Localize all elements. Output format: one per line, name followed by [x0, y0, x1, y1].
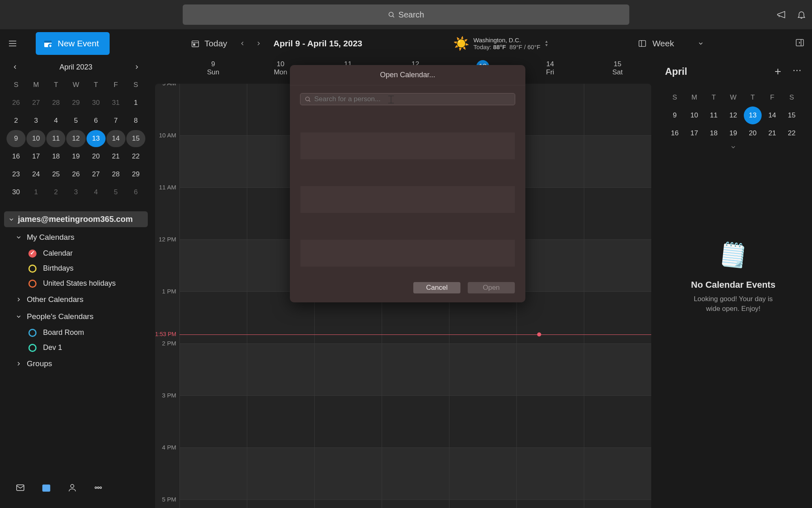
mini-cal-day[interactable]: 6 [86, 112, 106, 129]
mini-cal-day[interactable]: 15 [126, 130, 145, 147]
mini-cal-day[interactable]: 30 [6, 184, 26, 201]
add-event-icon[interactable]: + [775, 65, 781, 78]
mini-cal-day[interactable]: 19 [66, 148, 85, 165]
mini-cal-day[interactable]: 27 [26, 94, 45, 111]
open-button[interactable]: Open [468, 282, 515, 293]
mini-cal-day[interactable]: 16 [6, 148, 26, 165]
agenda-day[interactable]: 9 [666, 106, 684, 124]
mini-cal-day[interactable]: 9 [6, 130, 26, 147]
megaphone-icon[interactable] [776, 10, 786, 20]
mini-cal-day[interactable]: 29 [66, 94, 85, 111]
mini-cal-day[interactable]: 24 [26, 166, 45, 183]
calendar-group[interactable]: Groups [4, 355, 148, 372]
person-search-input[interactable] [300, 93, 515, 105]
mini-cal-day[interactable]: 12 [66, 130, 85, 147]
mini-cal-day[interactable]: 30 [86, 94, 106, 111]
mini-cal-day[interactable]: 23 [6, 166, 26, 183]
expand-mini-cal[interactable] [665, 144, 801, 152]
bell-icon[interactable] [797, 10, 806, 20]
mini-cal-day[interactable]: 4 [46, 112, 65, 129]
calendar-app-icon[interactable] [38, 480, 54, 496]
agenda-day[interactable]: 21 [763, 124, 781, 142]
mini-cal-day[interactable]: 18 [46, 148, 65, 165]
more-icon[interactable]: ⋯ [793, 65, 801, 78]
agenda-day[interactable]: 20 [744, 124, 762, 142]
calendar-item[interactable]: Birthdays [4, 261, 148, 276]
view-selector[interactable]: Week [638, 39, 704, 48]
mini-cal-next[interactable] [131, 61, 143, 73]
agenda-day[interactable]: 16 [666, 124, 684, 142]
calendar-item[interactable]: United States holidays [4, 276, 148, 291]
mini-cal-day[interactable]: 5 [66, 112, 85, 129]
mini-cal-day[interactable]: 14 [106, 130, 125, 147]
mini-cal-day[interactable]: 22 [126, 148, 145, 165]
mini-cal-day[interactable]: 31 [106, 94, 125, 111]
mini-cal-day[interactable]: 26 [66, 166, 85, 183]
agenda-day[interactable]: 17 [685, 124, 703, 142]
account-row[interactable]: james@meetingroom365.com [4, 211, 148, 227]
prev-week-button[interactable] [236, 37, 248, 50]
global-search[interactable]: Search [183, 4, 629, 25]
people-app-icon[interactable] [64, 480, 80, 496]
more-apps-icon[interactable] [90, 480, 106, 496]
day-header[interactable]: 14Fri [516, 58, 584, 84]
calendar-group[interactable]: People's Calendars [4, 308, 148, 325]
mini-cal-day[interactable]: 11 [46, 130, 65, 147]
mini-cal-day[interactable]: 3 [26, 112, 45, 129]
new-event-button[interactable]: New Event [36, 32, 110, 55]
mini-cal-day[interactable]: 13 [86, 130, 106, 147]
agenda-day[interactable]: 11 [705, 106, 723, 124]
cancel-button[interactable]: Cancel [413, 282, 460, 293]
today-button[interactable]: Today [191, 39, 227, 48]
weather-widget[interactable]: ☀️ Washington, D.C. Today: 88°F 89°F / 6… [453, 36, 549, 51]
mini-cal-day[interactable]: 21 [106, 148, 125, 165]
calendar-item[interactable]: Calendar [4, 246, 148, 261]
agenda-day[interactable]: 13 [744, 106, 762, 124]
day-column[interactable] [516, 84, 584, 508]
mini-cal-day[interactable]: 29 [126, 166, 145, 183]
mini-cal-day[interactable]: 2 [46, 184, 65, 201]
calendar-group[interactable]: My Calendars [4, 229, 148, 246]
mini-cal-day[interactable]: 27 [86, 166, 106, 183]
next-week-button[interactable] [253, 37, 265, 50]
mini-cal-day[interactable]: 28 [46, 94, 65, 111]
calendar-color-dot[interactable] [28, 280, 37, 288]
mini-cal-day[interactable]: 1 [126, 94, 145, 111]
day-header[interactable]: 9Sun [179, 58, 247, 84]
panel-toggle[interactable] [795, 38, 805, 49]
agenda-day[interactable]: 18 [705, 124, 723, 142]
mini-cal-day[interactable]: 28 [106, 166, 125, 183]
mini-cal-day[interactable]: 26 [6, 94, 26, 111]
agenda-day[interactable]: 10 [685, 106, 703, 124]
mini-cal-day[interactable]: 5 [106, 184, 125, 201]
agenda-day[interactable]: 14 [763, 106, 781, 124]
calendar-color-dot[interactable] [28, 265, 37, 273]
mini-cal-day[interactable]: 6 [126, 184, 145, 201]
mini-cal-day[interactable]: 2 [6, 112, 26, 129]
calendar-color-dot[interactable] [28, 329, 37, 337]
day-column[interactable] [179, 84, 247, 508]
mini-cal-day[interactable]: 4 [86, 184, 106, 201]
hamburger-menu[interactable] [6, 37, 19, 50]
mini-cal-day[interactable]: 3 [66, 184, 85, 201]
agenda-day[interactable]: 15 [783, 106, 801, 124]
mini-cal-day[interactable]: 25 [46, 166, 65, 183]
calendar-item[interactable]: Board Room [4, 325, 148, 340]
calendar-group[interactable]: Other Calendars [4, 291, 148, 308]
calendar-color-dot[interactable] [28, 250, 37, 258]
day-column[interactable] [584, 84, 651, 508]
mini-cal-day[interactable]: 8 [126, 112, 145, 129]
agenda-day[interactable]: 22 [783, 124, 801, 142]
agenda-day[interactable]: 19 [724, 124, 742, 142]
mini-cal-day[interactable]: 1 [26, 184, 45, 201]
agenda-day[interactable]: 12 [724, 106, 742, 124]
calendar-item[interactable]: Dev 1 [4, 340, 148, 355]
calendar-color-dot[interactable] [28, 344, 37, 352]
mini-cal-day[interactable]: 17 [26, 148, 45, 165]
mail-app-icon[interactable] [12, 480, 28, 496]
mini-cal-day[interactable]: 7 [106, 112, 125, 129]
day-header[interactable]: 15Sat [584, 58, 651, 84]
mini-cal-prev[interactable] [9, 61, 21, 73]
mini-cal-day[interactable]: 20 [86, 148, 106, 165]
mini-cal-day[interactable]: 10 [26, 130, 45, 147]
